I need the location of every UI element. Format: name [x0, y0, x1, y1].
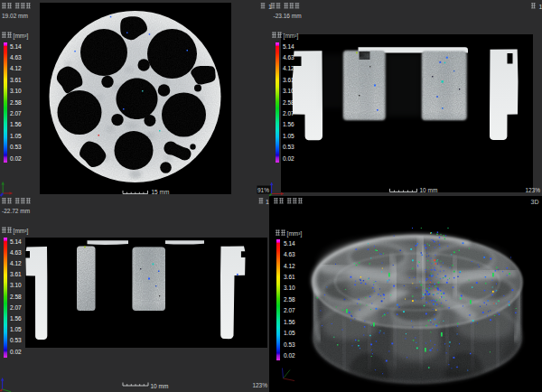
svg-text:-23.16 mm: -23.16 mm: [274, 13, 302, 19]
svg-text:3.10: 3.10: [10, 88, 22, 94]
svg-text:3.10: 3.10: [284, 285, 295, 291]
svg-text:5.14: 5.14: [283, 43, 294, 50]
svg-text:2.58: 2.58: [10, 99, 22, 106]
svg-text:19.02 mm: 19.02 mm: [2, 13, 28, 19]
svg-text:1.56: 1.56: [10, 121, 22, 127]
svg-text:[mm³]: [mm³]: [287, 230, 303, 238]
svg-text:5.14: 5.14: [10, 43, 22, 50]
svg-text:1.05: 1.05: [10, 326, 22, 332]
svg-text:3D: 3D: [531, 199, 539, 205]
svg-text:1.56: 1.56: [283, 121, 294, 127]
svg-text:[mm³]: [mm³]: [14, 228, 29, 235]
svg-text:[mm³]: [mm³]: [284, 33, 299, 40]
svg-text:1.56: 1.56: [284, 319, 295, 325]
svg-text:1: 1: [538, 4, 542, 10]
svg-text:1.05: 1.05: [10, 133, 22, 139]
svg-text:4.63: 4.63: [284, 251, 295, 257]
svg-text:-22.72 mm: -22.72 mm: [2, 208, 30, 214]
svg-text:2.58: 2.58: [284, 296, 295, 303]
svg-text:3.10: 3.10: [283, 88, 294, 94]
svg-text:4.12: 4.12: [283, 65, 294, 71]
svg-text:0.02: 0.02: [10, 349, 22, 355]
svg-text:[mm³]: [mm³]: [14, 33, 29, 40]
svg-text:0.02: 0.02: [10, 155, 22, 162]
svg-text:2.07: 2.07: [10, 110, 22, 117]
svg-text:0.53: 0.53: [10, 337, 22, 343]
svg-text:4.63: 4.63: [10, 54, 22, 61]
svg-text:0.02: 0.02: [284, 352, 295, 359]
svg-text:4.12: 4.12: [10, 260, 22, 266]
svg-text:3.10: 3.10: [10, 282, 22, 288]
svg-text:3.61: 3.61: [283, 77, 294, 83]
svg-text:2.07: 2.07: [284, 307, 295, 313]
svg-text:2.58: 2.58: [283, 99, 294, 106]
svg-text:3.61: 3.61: [10, 77, 22, 83]
svg-text:2.07: 2.07: [10, 304, 22, 311]
svg-text:123%: 123%: [252, 382, 267, 388]
svg-text:1.05: 1.05: [283, 133, 294, 139]
svg-text:15 mm: 15 mm: [152, 189, 170, 195]
svg-text:3.61: 3.61: [10, 271, 22, 277]
svg-text:91%: 91%: [257, 187, 269, 193]
svg-text:0.02: 0.02: [283, 155, 294, 162]
svg-text:1: 1: [266, 199, 269, 205]
svg-text:0.53: 0.53: [284, 341, 295, 348]
svg-text:1: 1: [268, 4, 272, 10]
svg-text:1.56: 1.56: [10, 315, 22, 322]
svg-text:123%: 123%: [525, 187, 540, 193]
svg-text:1.05: 1.05: [284, 330, 295, 336]
svg-text:2.07: 2.07: [283, 110, 294, 117]
svg-text:3.61: 3.61: [284, 274, 295, 280]
svg-text:10 mm: 10 mm: [420, 187, 438, 193]
svg-text:4.63: 4.63: [283, 54, 294, 61]
svg-text:5.14: 5.14: [284, 240, 295, 247]
svg-text:4.12: 4.12: [10, 65, 22, 71]
svg-text:4.12: 4.12: [284, 263, 295, 269]
svg-text:2.58: 2.58: [10, 294, 22, 300]
svg-text:4.63: 4.63: [10, 249, 22, 256]
svg-text:10 mm: 10 mm: [151, 383, 169, 389]
svg-text:5.14: 5.14: [10, 238, 22, 245]
svg-text:0.53: 0.53: [10, 144, 22, 150]
svg-text:0.53: 0.53: [283, 144, 294, 150]
